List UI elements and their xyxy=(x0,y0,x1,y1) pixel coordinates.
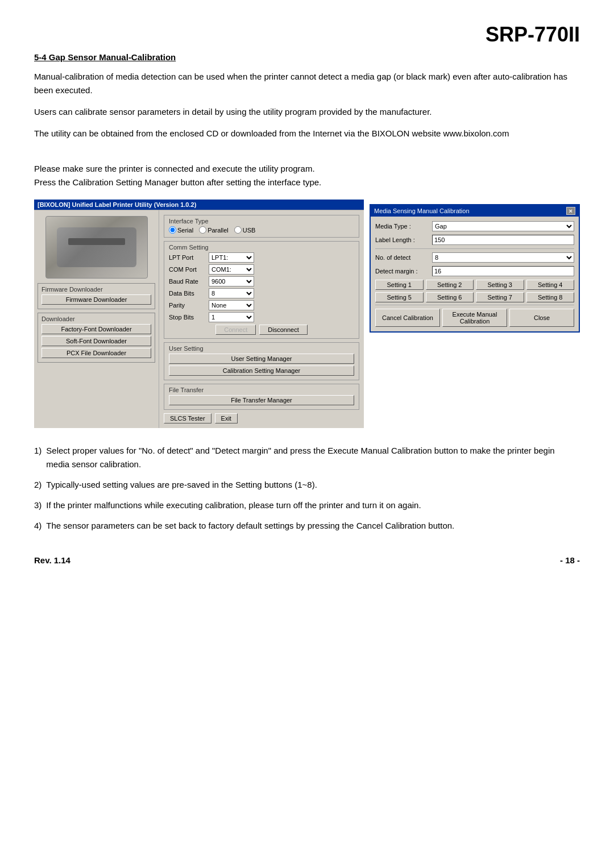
execute-calibration-btn[interactable]: Execute Manual Calibration xyxy=(442,309,507,327)
media-type-select[interactable]: Gap xyxy=(432,221,574,231)
parallel-radio[interactable]: Parallel xyxy=(199,226,229,234)
para4: Please make sure the printer is connecte… xyxy=(34,148,580,189)
printer-image xyxy=(45,216,148,279)
utility-titlebar: [BIXOLON] Unified Label Printer Utility … xyxy=(34,200,364,210)
interface-radio-row: Serial Parallel USB xyxy=(169,226,354,234)
setting-buttons-row1: Setting 1 Setting 2 Setting 3 Setting 4 xyxy=(375,280,574,290)
list-item-3: 3) If the printer malfunctions while exe… xyxy=(34,499,580,512)
setting1-btn[interactable]: Setting 1 xyxy=(375,280,424,290)
serial-radio[interactable]: Serial xyxy=(169,226,193,234)
footer-page: - 18 - xyxy=(560,555,580,565)
baud-rate-select[interactable]: 9600 xyxy=(209,276,254,286)
lpt-port-row: LPT Port LPT1: xyxy=(169,252,354,263)
firmware-downloader-group: Firmware Downloader Firmware Downloader xyxy=(38,283,155,309)
setting6-btn[interactable]: Setting 6 xyxy=(426,292,474,302)
file-transfer-group: File Transfer File Transfer Manager xyxy=(164,384,359,410)
utility-main: Firmware Downloader Firmware Downloader … xyxy=(34,210,364,428)
com-port-select[interactable]: COM1: xyxy=(209,264,254,275)
screenshot-area: [BIXOLON] Unified Label Printer Utility … xyxy=(34,200,580,428)
utility-right-panel: Interface Type Serial Parallel USB xyxy=(159,210,364,428)
comm-setting-group: Comm Setting LPT Port LPT1: COM Port COM… xyxy=(164,241,359,339)
user-setting-group: User Setting User Setting Manager Calibr… xyxy=(164,342,359,380)
lpt-port-select[interactable]: LPT1: xyxy=(209,252,254,263)
setting8-btn[interactable]: Setting 8 xyxy=(526,292,575,302)
section-heading: 5-4 Gap Sensor Manual-Calibration xyxy=(34,52,580,62)
soft-font-downloader-btn[interactable]: Soft-Font Downloader xyxy=(42,336,151,346)
setting5-btn[interactable]: Setting 5 xyxy=(375,292,424,302)
bottom-buttons-row: SLCS Tester Exit xyxy=(164,413,359,423)
list-item-2: 2) Typically-used setting values are pre… xyxy=(34,478,580,492)
interface-type-group: Interface Type Serial Parallel USB xyxy=(164,215,359,238)
cancel-calibration-btn[interactable]: Cancel Calibration xyxy=(375,309,440,327)
dialog-title: Media Sensing Manual Calibration xyxy=(374,207,470,214)
dialog-area: Media Sensing Manual Calibration × Media… xyxy=(370,200,580,428)
firmware-downloader-btn[interactable]: Firmware Downloader xyxy=(42,294,151,305)
dialog-titlebar: Media Sensing Manual Calibration × xyxy=(371,205,579,217)
dialog-action-row: Cancel Calibration Execute Manual Calibr… xyxy=(375,305,574,327)
slcs-tester-btn[interactable]: SLCS Tester xyxy=(164,413,211,423)
no-of-detect-select[interactable]: 8 xyxy=(432,252,574,263)
dialog-close-btn[interactable]: × xyxy=(566,207,575,215)
detect-margin-row: Detect margin : xyxy=(375,266,574,276)
data-bits-select[interactable]: 8 xyxy=(209,288,254,298)
com-port-row: COM Port COM1: xyxy=(169,264,354,275)
media-type-row: Media Type : Gap xyxy=(375,221,574,231)
page-header: SRP-770II xyxy=(34,23,580,47)
setting-buttons-row2: Setting 5 Setting 6 Setting 7 Setting 8 xyxy=(375,292,574,302)
utility-left-panel: Firmware Downloader Firmware Downloader … xyxy=(34,210,159,428)
utility-window: [BIXOLON] Unified Label Printer Utility … xyxy=(34,200,364,428)
detect-margin-input[interactable] xyxy=(432,266,574,276)
user-setting-manager-btn[interactable]: User Setting Manager xyxy=(169,354,354,364)
parity-select[interactable]: None xyxy=(209,300,254,310)
media-sensing-dialog: Media Sensing Manual Calibration × Media… xyxy=(370,204,580,333)
factory-font-downloader-btn[interactable]: Factory-Font Downloader xyxy=(42,324,151,334)
connect-button[interactable]: Connect xyxy=(215,325,256,335)
connect-button-row: Connect Disconnect xyxy=(169,325,354,335)
disconnect-button[interactable]: Disconnect xyxy=(259,325,307,335)
stop-bits-select[interactable]: 1 xyxy=(209,312,254,322)
close-dialog-btn[interactable]: Close xyxy=(509,309,574,327)
usb-radio[interactable]: USB xyxy=(234,226,256,234)
baud-rate-row: Baud Rate 9600 xyxy=(169,276,354,286)
parity-row: Parity None xyxy=(169,300,354,310)
para3: The utility can be obtained from the enc… xyxy=(34,127,580,140)
numbered-list: 1) Select proper values for "No. of dete… xyxy=(34,444,580,533)
no-of-detect-row: No. of detect 8 xyxy=(375,252,574,263)
calibration-setting-manager-btn[interactable]: Calibration Setting Manager xyxy=(169,366,354,376)
list-item-4: 4) The sensor parameters can be set back… xyxy=(34,519,580,533)
setting3-btn[interactable]: Setting 3 xyxy=(476,280,524,290)
page-footer: Rev. 1.14 - 18 - xyxy=(34,555,580,565)
label-length-input[interactable] xyxy=(432,235,574,245)
setting2-btn[interactable]: Setting 2 xyxy=(426,280,474,290)
pcx-downloader-btn[interactable]: PCX File Downloader xyxy=(42,348,151,358)
dialog-body: Media Type : Gap Label Length : No. of d… xyxy=(371,217,579,331)
setting4-btn[interactable]: Setting 4 xyxy=(526,280,575,290)
list-item-1: 1) Select proper values for "No. of dete… xyxy=(34,444,580,471)
label-length-row: Label Length : xyxy=(375,235,574,245)
stop-bits-row: Stop Bits 1 xyxy=(169,312,354,322)
footer-rev: Rev. 1.14 xyxy=(34,555,70,565)
setting7-btn[interactable]: Setting 7 xyxy=(476,292,524,302)
downloader-group: Downloader Factory-Font Downloader Soft-… xyxy=(38,313,155,363)
exit-btn[interactable]: Exit xyxy=(215,413,238,423)
para2: Users can calibrate sensor parameters in… xyxy=(34,105,580,119)
para1: Manual-calibration of media detection ca… xyxy=(34,70,580,97)
data-bits-row: Data Bits 8 xyxy=(169,288,354,298)
file-transfer-manager-btn[interactable]: File Transfer Manager xyxy=(169,395,354,405)
page-title: SRP-770II xyxy=(486,23,580,46)
